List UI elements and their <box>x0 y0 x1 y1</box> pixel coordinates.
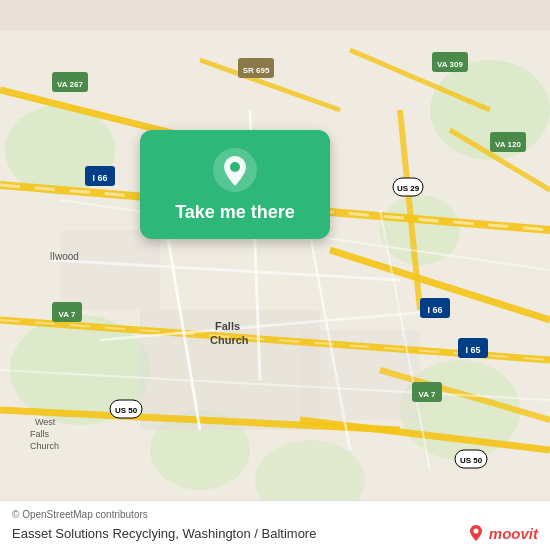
take-me-there-card[interactable]: Take me there <box>140 130 330 239</box>
moovit-pin-icon <box>467 524 485 542</box>
svg-text:I 65: I 65 <box>465 345 480 355</box>
moovit-brand-text: moovit <box>489 525 538 542</box>
svg-text:I 66: I 66 <box>427 305 442 315</box>
svg-text:I 66: I 66 <box>92 173 107 183</box>
map-container: I 66 I 66 I 65 US 29 US 50 US 50 VA 267 … <box>0 0 550 550</box>
svg-text:lIwood: lIwood <box>50 251 79 262</box>
svg-text:VA 267: VA 267 <box>57 80 83 89</box>
svg-text:Church: Church <box>30 441 59 451</box>
svg-text:US 29: US 29 <box>397 184 420 193</box>
copyright-text: © OpenStreetMap contributors <box>12 509 538 520</box>
svg-text:VA 7: VA 7 <box>419 390 436 399</box>
svg-text:Church: Church <box>210 334 249 346</box>
moovit-logo: moovit <box>467 524 538 542</box>
bottom-bar: © OpenStreetMap contributors Easset Solu… <box>0 500 550 550</box>
take-me-label: Take me there <box>175 202 295 223</box>
map-svg: I 66 I 66 I 65 US 29 US 50 US 50 VA 267 … <box>0 0 550 550</box>
svg-text:SR 695: SR 695 <box>243 66 270 75</box>
svg-text:US 50: US 50 <box>115 406 138 415</box>
svg-text:West: West <box>35 417 56 427</box>
svg-rect-10 <box>60 230 160 310</box>
svg-point-63 <box>230 162 240 172</box>
svg-text:VA 120: VA 120 <box>495 140 521 149</box>
info-row: Easset Solutions Recyclying, Washington … <box>12 524 538 542</box>
svg-text:VA 309: VA 309 <box>437 60 463 69</box>
svg-text:Falls: Falls <box>30 429 50 439</box>
location-pin-icon <box>213 148 257 192</box>
svg-text:VA 7: VA 7 <box>59 310 76 319</box>
svg-text:US 50: US 50 <box>460 456 483 465</box>
svg-point-64 <box>473 529 478 534</box>
svg-text:Falls: Falls <box>215 320 240 332</box>
location-name: Easset Solutions Recyclying, Washington … <box>12 526 316 541</box>
